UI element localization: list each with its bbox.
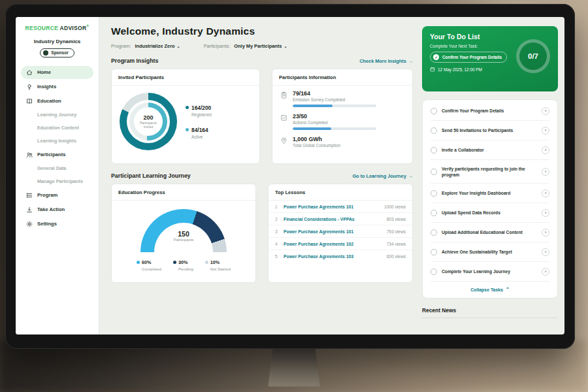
stat-row: 79/164 Emission Survey Completed (280, 90, 404, 107)
progress-fill (293, 127, 331, 130)
lesson-link[interactable]: Financial Considerations - VPPAs (284, 217, 383, 221)
donut-center-label: Participants Invited (137, 121, 159, 129)
chevron-right-icon[interactable]: › (542, 189, 549, 197)
invited-card-body: 200 Participants Invited 164/200 (112, 86, 259, 150)
page-title: Welcome, Industry Dynamics (111, 25, 422, 37)
chevron-right-icon[interactable]: › (542, 168, 549, 176)
chevron-right-icon[interactable]: › (542, 268, 549, 276)
task-checkbox[interactable] (431, 229, 437, 236)
lesson-views: 734 views (387, 242, 406, 246)
lesson-link[interactable]: Power Purchase Agreements 101 (284, 204, 380, 209)
sidebar-item-education[interactable]: Education (21, 95, 93, 108)
people-icon (26, 152, 33, 158)
sidebar-item-general-data[interactable]: General Data (21, 163, 93, 174)
task-label: Invite a Collaborator (442, 147, 537, 153)
next-task-label: Confirm Your Program Details (442, 55, 502, 59)
check-icon: ✓ (433, 54, 439, 60)
stat-label: Total Global Consumption (293, 143, 340, 148)
stat-row: 1,000 GWh Total Global Consumption (280, 136, 404, 148)
task-checkbox[interactable] (431, 210, 437, 216)
task-row[interactable]: Verify participants requesting to join t… (431, 160, 549, 184)
task-row[interactable]: Confirm Your Program Details › (431, 101, 549, 121)
sidebar-item-settings[interactable]: Settings (21, 218, 93, 231)
task-row[interactable]: Explore Your Insights Dashboard › (431, 184, 549, 203)
chevron-right-icon[interactable]: › (542, 146, 549, 154)
task-row[interactable]: Upload Spend Data Records › (431, 203, 549, 223)
task-row[interactable]: Upload Additional Educational Content › (431, 223, 549, 242)
lesson-row[interactable]: 2 Financial Considerations - VPPAs 803 v… (269, 213, 412, 225)
task-checkbox[interactable] (431, 108, 437, 114)
legend-dot (186, 128, 189, 131)
participants-filter-dropdown[interactable]: Only My Participants ⌄ (234, 43, 287, 49)
sidebar-item-manage-participants[interactable]: Manage Participants (21, 176, 93, 188)
task-checkbox[interactable] (431, 147, 437, 154)
task-row[interactable]: Send 50 Invitations to Participants › (431, 121, 549, 140)
sidebar-item-participants[interactable]: Participants (21, 148, 93, 161)
chevron-right-icon[interactable]: › (542, 107, 549, 115)
lesson-row[interactable]: 3 Power Purchase Agreements 101 793 view… (269, 225, 412, 238)
task-checkbox[interactable] (431, 169, 437, 175)
collapse-tasks-link[interactable]: Collapse Tasks ⌃ (431, 282, 549, 294)
donut-gap-ring: 200 Participants Invited (127, 100, 170, 143)
task-checkbox[interactable] (431, 190, 437, 197)
gauge-center-label: Participants (140, 238, 227, 242)
sidebar-item-learning-insights[interactable]: Learning Insights (21, 135, 93, 147)
sidebar-item-education-content[interactable]: Education Content (21, 122, 93, 134)
invited-legend: 164/200 Registered 84/164 Active (186, 105, 212, 139)
program-filter-dropdown[interactable]: Industrialize Zero ⌄ (135, 43, 180, 49)
task-row[interactable]: Achieve One Sustainability Target › (431, 242, 549, 262)
legend-item-top: 164/200 (186, 105, 212, 111)
stat-content: 79/164 Emission Survey Completed (293, 90, 376, 107)
logo-part-advisor: ADVISOR (60, 25, 87, 31)
logo-part-resource: RESOURCE (25, 25, 59, 31)
sidebar-item-label: Take Action (37, 206, 65, 212)
card-title: Invited Participants (112, 69, 259, 86)
card-title: Education Progress (112, 184, 255, 201)
sidebar-item-take-action[interactable]: Take Action (21, 203, 93, 216)
task-row[interactable]: Invite a Collaborator › (431, 140, 549, 160)
lesson-rank: 5 (275, 254, 280, 259)
sidebar-item-label: Home (37, 69, 51, 75)
legend-label: Registered (191, 112, 212, 117)
lesson-link[interactable]: Power Purchase Agreements 102 (284, 242, 383, 246)
lesson-row[interactable]: 1 Power Purchase Agreements 101 1000 vie… (269, 201, 412, 213)
chevron-right-icon[interactable]: › (542, 209, 549, 217)
lightbulb-icon (26, 84, 33, 90)
task-checkbox[interactable] (431, 269, 437, 275)
sidebar-item-label: Education (37, 98, 61, 104)
go-to-learning-journey-link[interactable]: Go to Learning Journey → (352, 173, 413, 179)
sidebar-item-label: Learning Journey (37, 112, 76, 118)
lesson-rank: 2 (275, 217, 280, 221)
check-more-insights-link[interactable]: Check More Insights → (359, 58, 413, 64)
sidebar-item-learning-journey[interactable]: Learning Journey (21, 109, 93, 121)
program-filter-label: Program: (111, 43, 131, 49)
lesson-row[interactable]: 4 Power Purchase Agreements 102 734 view… (269, 238, 412, 250)
task-row[interactable]: Complete Your Learning Journey › (431, 262, 549, 282)
sponsor-icon (43, 50, 48, 56)
sidebar-item-label: Education Content (37, 125, 79, 131)
task-checkbox[interactable] (431, 127, 437, 134)
sidebar-item-label: Learning Insights (37, 138, 76, 144)
stat-value: 23/50 (293, 113, 376, 120)
lesson-rank: 4 (275, 242, 280, 246)
lesson-row[interactable]: 5 Power Purchase Agreements 103 600 view… (269, 250, 412, 262)
chevron-right-icon[interactable]: › (542, 248, 549, 256)
sidebar-item-label: Settings (37, 221, 57, 227)
legend-item-top: 30% (173, 259, 193, 265)
sidebar-item-insights[interactable]: Insights (21, 80, 93, 93)
progress-track (293, 127, 376, 130)
chevron-right-icon[interactable]: › (542, 127, 549, 135)
task-checkbox[interactable] (431, 249, 437, 255)
lesson-link[interactable]: Power Purchase Agreements 101 (284, 229, 383, 234)
lessons-list: 1 Power Purchase Agreements 101 1000 vie… (269, 201, 412, 262)
section-title: Program Insights (111, 57, 158, 64)
todo-tasks-list: Confirm Your Program Details › Send 50 I… (431, 101, 549, 282)
sidebar-item-program[interactable]: Program (21, 189, 93, 202)
next-task-chip[interactable]: ✓ Confirm Your Program Details (430, 52, 507, 63)
legend-label: Active (191, 135, 212, 139)
chevron-right-icon[interactable]: › (542, 229, 549, 237)
sidebar-item-home[interactable]: Home (21, 66, 93, 79)
participants-filter-value: Only My Participants (234, 43, 282, 49)
lesson-link[interactable]: Power Purchase Agreements 103 (284, 254, 383, 259)
todo-progress-ring: 0/7 (516, 39, 550, 73)
